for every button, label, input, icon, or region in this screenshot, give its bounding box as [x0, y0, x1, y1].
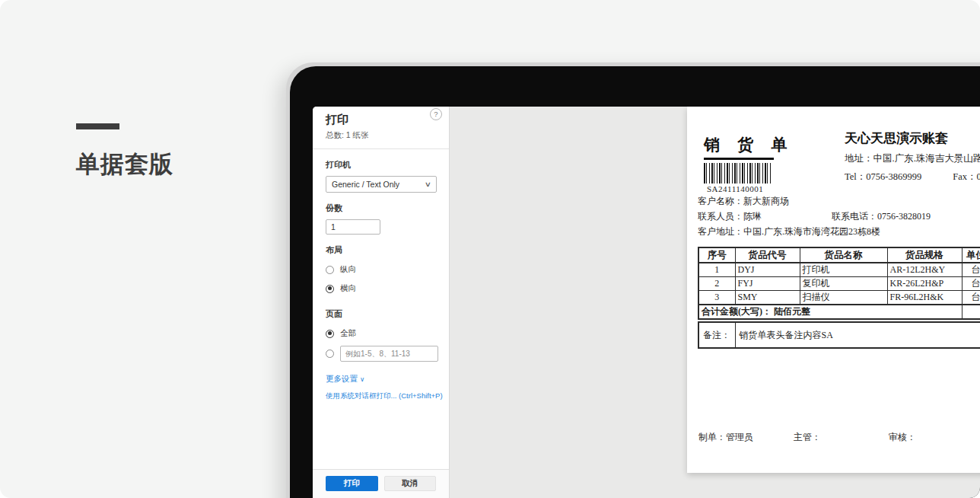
headline-dash [76, 123, 119, 129]
company-fax: Fax：0756-3828000 [953, 171, 980, 182]
contact-person: 联系人员：陈琳 [698, 211, 762, 222]
app-canvas: 单据套版 打印 总数: 1 纸张 ? 打印机 Generic / Text On… [0, 0, 980, 498]
table-header-row: 序号货品代号货品名称货品规格单位数量单价金额 [698, 247, 980, 263]
radio-checked-icon [326, 330, 334, 338]
table-cell: AR-12L2H&Y [887, 263, 962, 277]
layout-portrait-radio[interactable]: 纵向 [326, 264, 436, 275]
items-table: 序号货品代号货品名称货品规格单位数量单价金额 1DYJ打印机AR-12L2H&Y… [698, 247, 980, 320]
remark-label: 备注： [698, 322, 735, 348]
pages-range-input[interactable] [340, 346, 438, 362]
screen: 打印 总数: 1 纸张 ? 打印机 Generic / Text Only ∨ … [313, 107, 980, 498]
table-cell: SMY [735, 291, 800, 305]
pages-custom-radio[interactable] [326, 350, 334, 358]
pages-all-label: 全部 [340, 328, 356, 339]
total-label: 合计金额(大写)： 陆佰元整 [698, 305, 962, 319]
pages-label: 页面 [326, 308, 436, 320]
chevron-down-icon: ∨ [425, 180, 431, 188]
cancel-button[interactable]: 取消 [384, 476, 437, 491]
company-name: 天心天思演示账套 [845, 129, 980, 147]
barcode-image [704, 163, 772, 184]
page-title: 单据套版 [76, 148, 173, 180]
table-cell: 1 [698, 263, 735, 277]
more-settings-link[interactable]: 更多设置 ∨ [326, 374, 436, 385]
table-cell: 台 [962, 291, 980, 305]
printer-select[interactable]: Generic / Text Only ∨ [326, 176, 437, 193]
title-underline [704, 158, 774, 160]
footer-supervisor: 主管： [794, 431, 821, 444]
help-icon[interactable]: ? [430, 108, 442, 120]
system-dialog-link[interactable]: 使用系统对话框打印... (Ctrl+Shift+P) [326, 391, 436, 401]
layout-landscape-radio[interactable]: 横向 [326, 283, 436, 294]
remark-value: 销货单表头备注内容SA [735, 322, 980, 348]
footer-auditor: 审核： [889, 431, 916, 444]
layout-portrait-label: 纵向 [340, 264, 356, 275]
table-row: 3SMY扫描仪FR-96L2H&K台1300.00 [698, 291, 980, 305]
chevron-down-icon: ∨ [360, 375, 364, 383]
print-preview-area: 销 货 单 SA2411140001 天心天思演示账套 地址：中国.广东.珠海吉… [450, 107, 980, 498]
print-dialog: 打印 总数: 1 纸张 ? 打印机 Generic / Text Only ∨ … [313, 107, 450, 498]
contact-phone: 联系电话：0756-3828019 [832, 209, 931, 224]
customer-name: 客户名称：新大新商场 [698, 196, 789, 206]
barcode-text: SA2411140001 [704, 184, 777, 193]
table-cell: 3 [698, 291, 735, 305]
column-header: 货品代号 [735, 247, 800, 263]
table-cell: KR-26L2H&P [887, 277, 962, 291]
dialog-footer: 打印 取消 [313, 469, 449, 498]
invoice-footer: 制单：管理员 主管： 审核： 签收： [687, 431, 980, 446]
more-settings-label: 更多设置 [326, 374, 358, 383]
company-tel: Tel：0756-3869999 [845, 171, 921, 182]
remark-table: 备注： 销货单表头备注内容SA [698, 321, 980, 349]
laptop-frame: 打印 总数: 1 纸张 ? 打印机 Generic / Text Only ∨ … [290, 66, 980, 498]
footer-maker: 制单：管理员 [698, 431, 753, 444]
column-header: 货品名称 [800, 247, 887, 263]
copies-label: 份数 [326, 203, 436, 214]
table-cell: 台 [962, 263, 980, 277]
total-row: 合计金额(大写)： 陆佰元整 3 [698, 305, 980, 319]
print-total-sheets: 总数: 1 纸张 [326, 130, 436, 141]
remark-row: 备注： 销货单表头备注内容SA [698, 322, 980, 348]
table-cell: 复印机 [800, 277, 887, 291]
layout-landscape-label: 横向 [340, 283, 356, 294]
print-button[interactable]: 打印 [326, 476, 378, 491]
printer-select-value: Generic / Text Only [332, 180, 425, 189]
table-cell: DYJ [735, 263, 800, 277]
table-cell: 台 [962, 277, 980, 291]
column-header: 序号 [698, 247, 735, 263]
table-cell: FR-96L2H&K [887, 291, 962, 305]
table-row: 1DYJ打印机AR-12L2H&Y台1100.00 [698, 263, 980, 277]
divider [313, 148, 449, 149]
print-dialog-title: 打印 [326, 113, 436, 127]
company-address: 地址：中国.广东.珠海吉大景山路82号水湾大厦7楼 [845, 152, 980, 165]
table-row: 2FYJ复印机KR-26L2H&P台1200.00 [698, 277, 980, 291]
company-contacts: Tel：0756-3869999 Fax：0756-3828000 [845, 171, 980, 184]
printer-label: 打印机 [326, 159, 436, 171]
customer-address: 客户地址：中国.广东.珠海市海湾花园23栋8楼 [698, 226, 880, 237]
headline: 单据套版 [76, 123, 173, 180]
radio-unchecked-icon [326, 266, 334, 274]
invoice-info: 客户名称：新大新商场 单据日期：2024年11月1 联系人员：陈琳 联系电话：0… [698, 193, 980, 239]
table-cell: 扫描仪 [800, 291, 887, 305]
copies-input[interactable] [326, 219, 380, 235]
layout-label: 布局 [326, 244, 436, 256]
invoice-title: 销 货 单 [704, 134, 777, 155]
table-cell: 打印机 [800, 263, 887, 277]
column-header: 货品规格 [887, 247, 962, 263]
column-header: 单位 [962, 247, 980, 263]
invoice-page: 销 货 单 SA2411140001 天心天思演示账套 地址：中国.广东.珠海吉… [687, 107, 980, 473]
pages-all-radio[interactable]: 全部 [326, 328, 436, 339]
radio-checked-icon [326, 285, 334, 293]
table-cell: FYJ [735, 277, 800, 291]
table-cell: 2 [698, 277, 735, 291]
